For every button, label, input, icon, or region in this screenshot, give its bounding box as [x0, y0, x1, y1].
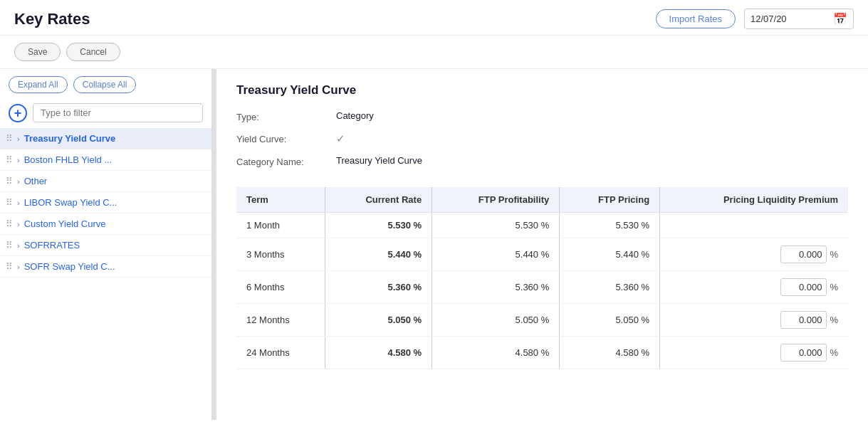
expand-arrow-icon[interactable]: › [17, 263, 20, 271]
sidebar-item-label: Boston FHLB Yield ... [24, 154, 113, 165]
sidebar-item-custom[interactable]: ⠿ › Custom Yield Curve [0, 213, 211, 235]
import-rates-button[interactable]: Import Rates [656, 9, 736, 28]
type-label: Type: [236, 110, 336, 122]
expand-all-button[interactable]: Expand All [9, 76, 68, 93]
ftp-pricing-cell: 5.440 % [560, 238, 660, 271]
current-rate-cell: 5.530 % [325, 213, 432, 238]
date-picker-wrapper: 📅 [744, 9, 854, 29]
term-cell: 12 Months [236, 304, 325, 337]
col-header-term: Term [236, 187, 325, 213]
expand-arrow-icon[interactable]: › [17, 220, 20, 228]
cancel-button[interactable]: Cancel [66, 43, 120, 61]
col-header-pricing-lp: Pricing Liquidity Premium [660, 187, 848, 213]
ftp-profitability-cell: 5.440 % [432, 238, 560, 271]
lp-cell: % [660, 238, 848, 271]
ftp-pricing-cell: 4.580 % [560, 337, 660, 369]
yield-curve-check: ✓ [336, 132, 848, 145]
expand-arrow-icon[interactable]: › [17, 241, 20, 250]
table-row: 24 Months 4.580 % 4.580 % 4.580 % % [236, 337, 848, 369]
main-layout: Expand All Collapse All + ⠿ › Treasury Y… [0, 69, 868, 420]
drag-handle-icon: ⠿ [6, 133, 13, 144]
drag-handle-icon: ⠿ [6, 261, 13, 272]
header: Key Rates Import Rates 📅 [0, 0, 868, 36]
category-name-label: Category Name: [236, 155, 336, 167]
table-header-row: Term Current Rate FTP Profitability FTP … [236, 187, 848, 213]
percent-label: % [830, 315, 838, 325]
drag-handle-icon: ⠿ [6, 240, 13, 250]
sidebar-list: ⠿ › Treasury Yield Curve ⠿ › Boston FHLB… [0, 128, 211, 420]
drag-handle-icon: ⠿ [6, 218, 13, 229]
drag-handle-icon: ⠿ [6, 154, 13, 165]
ftp-profitability-cell: 4.580 % [432, 337, 560, 369]
filter-row: + [0, 100, 211, 128]
info-grid: Type: Category Yield Curve: ✓ Category N… [236, 110, 848, 167]
col-header-ftp-profitability: FTP Profitability [432, 187, 560, 213]
date-input[interactable] [751, 14, 829, 24]
lp-cell-empty [660, 213, 848, 238]
expand-arrow-icon[interactable]: › [17, 156, 20, 164]
lp-input[interactable] [780, 246, 827, 263]
current-rate-cell: 5.360 % [325, 271, 432, 304]
sidebar-item-label: Other [24, 176, 48, 186]
percent-label: % [830, 249, 838, 260]
ftp-pricing-cell: 5.530 % [560, 213, 660, 238]
save-button[interactable]: Save [14, 43, 61, 61]
drag-handle-icon: ⠿ [6, 176, 13, 186]
expand-arrow-icon[interactable]: › [17, 177, 20, 186]
lp-input[interactable] [780, 278, 827, 296]
content-panel: Treasury Yield Curve Type: Category Yiel… [216, 69, 868, 420]
rates-table-body: 1 Month 5.530 % 5.530 % 5.530 % 3 Months… [236, 213, 848, 369]
collapse-all-button[interactable]: Collapse All [73, 76, 137, 93]
calendar-icon[interactable]: 📅 [833, 12, 847, 26]
table-row: 12 Months 5.050 % 5.050 % 5.050 % % [236, 304, 848, 337]
lp-cell: % [660, 271, 848, 304]
term-cell: 6 Months [236, 271, 325, 304]
sidebar-item-sofr[interactable]: ⠿ › SOFRRATES [0, 235, 211, 256]
toolbar: Save Cancel [0, 36, 868, 69]
rates-table: Term Current Rate FTP Profitability FTP … [236, 187, 848, 369]
ftp-pricing-cell: 5.050 % [560, 304, 660, 337]
panel-title: Treasury Yield Curve [236, 83, 848, 97]
type-value: Category [336, 110, 848, 122]
lp-input[interactable] [780, 344, 827, 362]
col-header-current-rate: Current Rate [325, 187, 432, 213]
category-name-value: Treasury Yield Curve [336, 155, 848, 167]
sidebar-item-label: Treasury Yield Curve [24, 133, 116, 144]
term-cell: 3 Months [236, 238, 325, 271]
sidebar-item-label: SOFR Swap Yield C... [24, 261, 115, 272]
lp-input[interactable] [780, 311, 827, 329]
lp-cell: % [660, 304, 848, 337]
yield-curve-label: Yield Curve: [236, 132, 336, 145]
table-row: 1 Month 5.530 % 5.530 % 5.530 % [236, 213, 848, 238]
header-actions: Import Rates 📅 [656, 9, 854, 29]
term-cell: 1 Month [236, 213, 325, 238]
page-title: Key Rates [14, 10, 90, 28]
term-cell: 24 Months [236, 337, 325, 369]
ftp-pricing-cell: 5.360 % [560, 271, 660, 304]
table-row: 3 Months 5.440 % 5.440 % 5.440 % % [236, 238, 848, 271]
sidebar-item-sofr_swap[interactable]: ⠿ › SOFR Swap Yield C... [0, 256, 211, 278]
ftp-profitability-cell: 5.530 % [432, 213, 560, 238]
percent-label: % [830, 282, 838, 292]
sidebar-controls: Expand All Collapse All [0, 69, 211, 100]
drag-handle-icon: ⠿ [6, 197, 13, 208]
sidebar-item-label: LIBOR Swap Yield C... [24, 197, 117, 208]
current-rate-cell: 5.050 % [325, 304, 432, 337]
sidebar-item-other[interactable]: ⠿ › Other [0, 171, 211, 192]
sidebar-item-boston[interactable]: ⠿ › Boston FHLB Yield ... [0, 149, 211, 171]
lp-cell: % [660, 337, 848, 369]
table-row: 6 Months 5.360 % 5.360 % 5.360 % % [236, 271, 848, 304]
filter-input[interactable] [33, 103, 203, 122]
sidebar-item-libor[interactable]: ⠿ › LIBOR Swap Yield C... [0, 192, 211, 213]
expand-arrow-icon[interactable]: › [17, 134, 20, 143]
sidebar-item-label: Custom Yield Curve [24, 218, 106, 229]
ftp-profitability-cell: 5.360 % [432, 271, 560, 304]
current-rate-cell: 4.580 % [325, 337, 432, 369]
current-rate-cell: 5.440 % [325, 238, 432, 271]
sidebar-item-label: SOFRRATES [24, 240, 80, 250]
sidebar-item-treasury[interactable]: ⠿ › Treasury Yield Curve [0, 128, 211, 149]
expand-arrow-icon[interactable]: › [17, 199, 20, 207]
col-header-ftp-pricing: FTP Pricing [560, 187, 660, 213]
add-button[interactable]: + [9, 104, 27, 122]
ftp-profitability-cell: 5.050 % [432, 304, 560, 337]
